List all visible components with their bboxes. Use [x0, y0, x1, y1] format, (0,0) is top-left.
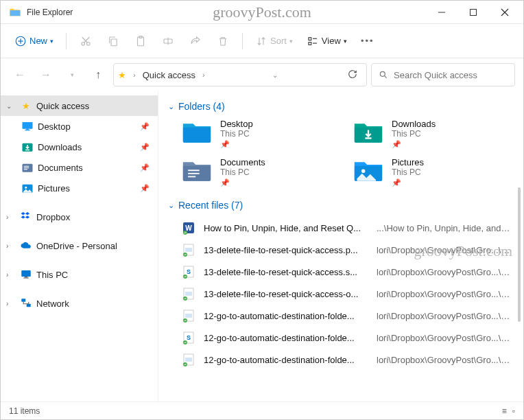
chevron-right-icon[interactable]: ›	[6, 242, 16, 250]
search-placeholder: Search Quick access	[394, 70, 477, 80]
sidebar-item-quickaccess[interactable]: ⌄ ★ Quick access	[1, 95, 158, 116]
status-bar: 11 items ≡ ▫	[1, 401, 523, 419]
sidebar-item-thispc[interactable]: ›This PC	[1, 264, 158, 285]
copy-button[interactable]	[101, 30, 126, 53]
file-path: ...\How to Pin, Unpin, Hide, and Reset .…	[377, 223, 511, 233]
pin-icon: 📌	[140, 163, 150, 172]
search-input[interactable]: Search Quick access	[371, 63, 515, 86]
pin-icon: 📌	[392, 178, 424, 187]
pin-icon: 📌	[220, 140, 253, 149]
chevron-right-icon[interactable]: ›	[6, 213, 16, 221]
pin-icon: 📌	[140, 122, 150, 131]
list-item[interactable]: 13-delete-file-to-reset-quick-access.p..…	[182, 240, 511, 260]
file-name: 12-go-to-automatic-destination-folde...	[204, 355, 368, 365]
sidebar-item-network[interactable]: ›Network	[1, 293, 158, 314]
star-icon: ★	[118, 70, 126, 80]
paste-button[interactable]	[128, 30, 153, 53]
cut-button[interactable]	[73, 30, 98, 53]
list-item[interactable]: 12-go-to-automatic-destination-folde...l…	[182, 305, 511, 326]
sidebar-item-downloads[interactable]: Downloads📌	[1, 137, 158, 157]
folder-item[interactable]: DocumentsThis PC📌	[182, 157, 340, 187]
sort-label: Sort	[270, 36, 287, 46]
svg-rect-41	[188, 176, 195, 177]
list-item[interactable]: 13-delete-file-to-reset-quick-access-o..…	[182, 283, 511, 304]
file-name: How to Pin, Unpin, Hide, and Reset Q...	[204, 223, 368, 233]
svg-rect-16	[309, 37, 311, 40]
chevron-down-icon: ▾	[50, 38, 53, 45]
svg-rect-17	[309, 42, 311, 45]
svg-line-21	[384, 75, 386, 78]
onedrive-icon	[20, 240, 32, 252]
documents-icon	[21, 161, 34, 174]
close-button[interactable]	[489, 2, 521, 23]
file-icon: W	[182, 221, 195, 235]
main-view: ⌄ Folders (4) DesktopThis PC📌DownloadsTh…	[158, 91, 523, 401]
chevron-right-icon: ›	[202, 71, 205, 79]
folder-item[interactable]: DownloadsThis PC📌	[353, 119, 511, 149]
chevron-down-icon[interactable]: ⌄	[272, 71, 278, 79]
file-name: 12-go-to-automatic-destination-folde...	[204, 311, 368, 321]
sidebar-item-dropbox[interactable]: ›Dropbox	[1, 207, 158, 227]
sidebar-item-label: Dropbox	[36, 212, 70, 222]
folder-location: This PC	[392, 129, 436, 139]
new-button[interactable]: New ▾	[9, 30, 59, 53]
pin-icon: 📌	[140, 143, 150, 152]
chevron-down-icon: ⌄	[168, 102, 174, 111]
list-item[interactable]: 12-go-to-automatic-destination-folde...l…	[182, 349, 511, 370]
list-item[interactable]: WHow to Pin, Unpin, Hide, and Reset Q...…	[182, 218, 511, 238]
share-button[interactable]	[183, 30, 208, 53]
chevron-down-icon[interactable]: ⌄	[6, 102, 16, 110]
sidebar-item-documents[interactable]: Documents📌	[1, 157, 158, 178]
file-icon: S	[182, 331, 195, 345]
more-button[interactable]: •••	[355, 30, 380, 53]
separator	[242, 33, 243, 49]
chevron-right-icon[interactable]: ›	[6, 271, 16, 279]
refresh-button[interactable]	[343, 69, 362, 81]
svg-rect-40	[188, 173, 199, 174]
back-button[interactable]: ←	[9, 64, 31, 86]
folder-item[interactable]: DesktopThis PC📌	[182, 119, 340, 149]
rename-button[interactable]	[156, 30, 180, 53]
details-view-button[interactable]: ≡	[502, 406, 507, 416]
sidebar-item-onedrive[interactable]: ›OneDrive - Personal	[1, 235, 158, 256]
folder-name: Downloads	[392, 119, 436, 129]
svg-rect-23	[26, 129, 29, 130]
chevron-down-icon: ▾	[289, 38, 293, 45]
sidebar-item-label: Quick access	[36, 101, 89, 111]
pin-icon: 📌	[220, 178, 265, 187]
toolbar: New ▾ Sort ▾ View ▾ •••	[1, 24, 523, 58]
chevron-right-icon[interactable]: ›	[6, 300, 16, 307]
recent-dropdown[interactable]: ▾	[61, 64, 83, 86]
list-item[interactable]: S13-delete-file-to-reset-quick-access.s.…	[182, 261, 511, 282]
breadcrumb[interactable]: Quick access	[143, 70, 195, 80]
view-button[interactable]: View ▾	[301, 30, 353, 53]
sort-button[interactable]: Sort ▾	[250, 30, 298, 53]
svg-rect-1	[471, 9, 477, 15]
scrollbar[interactable]	[516, 187, 522, 380]
svg-point-42	[361, 169, 365, 172]
up-button[interactable]: ↑	[87, 64, 109, 86]
item-count: 11 items	[9, 406, 40, 416]
list-item[interactable]: S12-go-to-automatic-destination-folde...…	[182, 327, 511, 348]
view-label: View	[322, 36, 341, 46]
folder-item[interactable]: PicturesThis PC📌	[353, 157, 511, 187]
file-path: lori\Dropbox\GroovyPost\Gro...\images	[377, 355, 511, 365]
svg-rect-35	[23, 278, 29, 279]
maximize-button[interactable]	[457, 2, 489, 23]
sidebar-item-label: This PC	[36, 270, 68, 280]
forward-button[interactable]: →	[35, 64, 57, 86]
file-icon	[182, 309, 195, 323]
folders-header[interactable]: ⌄ Folders (4)	[168, 101, 511, 112]
sidebar-item-pictures[interactable]: Pictures📌	[1, 178, 158, 198]
minimize-button[interactable]	[426, 2, 457, 23]
sidebar-item-label: Downloads	[38, 142, 82, 152]
recent-header[interactable]: ⌄ Recent files (7)	[168, 200, 511, 211]
svg-rect-11	[111, 39, 117, 46]
chevron-down-icon: ⌄	[168, 201, 174, 210]
svg-rect-39	[188, 170, 199, 171]
tiles-view-button[interactable]: ▫	[512, 406, 515, 416]
sidebar-item-desktop[interactable]: Desktop📌	[1, 116, 158, 137]
address-bar[interactable]: ★ › Quick access › ⌄	[113, 63, 367, 86]
sidebar-item-label: Pictures	[38, 183, 70, 194]
delete-button[interactable]	[211, 30, 235, 53]
